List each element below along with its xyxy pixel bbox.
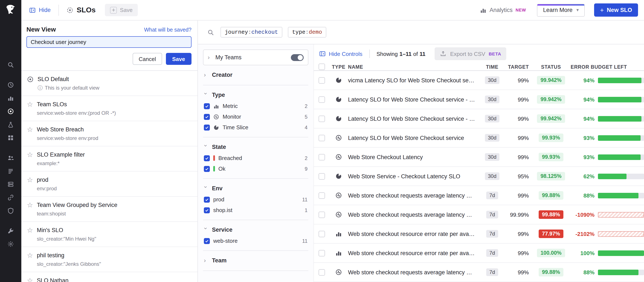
facet-item-breached[interactable]: Breached 2: [203, 153, 308, 164]
slo-name[interactable]: Web store checkout requests average late…: [348, 192, 481, 198]
facet-group-service[interactable]: › Service: [203, 223, 308, 236]
checkbox-icon[interactable]: [204, 155, 210, 161]
checkbox-icon[interactable]: [204, 196, 210, 202]
checkbox-icon[interactable]: [204, 103, 210, 109]
facet-group-creator[interactable]: › Creator: [203, 68, 308, 81]
facet-group-state[interactable]: › State: [203, 140, 308, 153]
row-checkbox[interactable]: [318, 134, 325, 141]
checkbox-icon[interactable]: [204, 114, 210, 120]
my-teams-toggle[interactable]: [291, 54, 304, 61]
favorite-star-icon[interactable]: ☆: [27, 226, 33, 234]
saved-view-item[interactable]: SLO Default ⓘThis is your default view: [21, 71, 198, 96]
learn-more-dropdown[interactable]: Learn More ▾: [537, 4, 585, 16]
row-checkbox[interactable]: [318, 212, 325, 218]
nav-organization[interactable]: [0, 154, 21, 161]
cancel-button[interactable]: Cancel: [133, 53, 162, 65]
slo-table-row[interactable]: vicma Latency SLO for Web Store Checkout…: [314, 71, 644, 90]
row-checkbox[interactable]: [318, 269, 325, 276]
saved-view-item[interactable]: ☆ SLO Nathan web elb availability per az: [21, 272, 198, 282]
facet-group-env[interactable]: › Env: [203, 181, 308, 194]
select-all-checkbox[interactable]: [318, 64, 325, 70]
favorite-star-icon[interactable]: ☆: [27, 126, 33, 133]
export-csv-button[interactable]: Export to CSV BETA: [435, 47, 506, 60]
checkbox-icon[interactable]: [204, 207, 210, 213]
slo-name[interactable]: Web Store Checkout Latency: [348, 154, 481, 160]
slo-name[interactable]: vicma Latency SLO for Web Store Checkout…: [348, 77, 481, 84]
checkbox-icon[interactable]: [204, 166, 210, 172]
slo-name[interactable]: Web store checkout resource error rate p…: [348, 250, 481, 256]
search-token[interactable]: journey:checkout: [220, 27, 282, 38]
favorite-star-icon[interactable]: ☆: [27, 252, 33, 259]
row-checkbox[interactable]: [318, 154, 325, 160]
saved-view-item[interactable]: ☆ Web Store Breach service:web-store env…: [21, 121, 198, 146]
slo-table-row[interactable]: Latency SLO for Web Store Checkout servi…: [314, 109, 644, 128]
row-checkbox[interactable]: [318, 192, 325, 198]
row-checkbox[interactable]: [318, 96, 325, 102]
facet-item-metric[interactable]: Metric 2: [203, 101, 308, 111]
facet-group-type[interactable]: › Type: [203, 88, 308, 101]
slo-table-row[interactable]: Latency SLO for Web Store Checkout servi…: [314, 90, 644, 109]
favorite-star-icon[interactable]: ☆: [27, 151, 33, 158]
nav-synthetics[interactable]: [0, 121, 21, 128]
facet-group-team[interactable]: › Team: [203, 254, 308, 266]
what-will-be-saved-link[interactable]: What will be saved?: [144, 27, 192, 33]
save-view-top-button[interactable]: + Save: [105, 4, 138, 16]
saved-view-item[interactable]: ☆ phil testing slo_creator:"Jenks Gibbon…: [21, 247, 198, 272]
slo-table-row[interactable]: Web store checkout requests average late…: [314, 186, 644, 205]
slo-name[interactable]: Web store checkout requests average late…: [348, 269, 481, 276]
favorite-star-icon[interactable]: ☆: [27, 176, 33, 184]
nav-slo[interactable]: [0, 108, 21, 115]
facet-item-web-store[interactable]: web-store 11: [203, 236, 308, 246]
nav-integrations[interactable]: [0, 134, 21, 141]
facet-item-ok[interactable]: Ok 9: [203, 164, 308, 174]
slo-name[interactable]: Latency SLO for Web Store Checkout servi…: [348, 116, 481, 122]
checkbox-icon[interactable]: [204, 238, 210, 244]
facet-item-prod[interactable]: prod 11: [203, 194, 308, 205]
saved-view-item[interactable]: ☆ SLO Example filter example:*: [21, 146, 198, 172]
saved-view-item[interactable]: ☆ Team SLOs service:web-store env:(prod …: [21, 96, 198, 121]
nav-security[interactable]: [0, 207, 21, 214]
search-token[interactable]: type:demo: [288, 27, 326, 38]
favorite-star-icon[interactable]: ☆: [27, 101, 33, 108]
nav-ci[interactable]: [0, 228, 21, 234]
slo-table-row[interactable]: Web store checkout resource error rate p…: [314, 244, 644, 263]
facet-item-time-slice[interactable]: Time Slice 4: [203, 122, 308, 133]
row-checkbox[interactable]: [318, 250, 325, 256]
my-teams-card[interactable]: › My Teams: [203, 50, 308, 65]
favorite-star-icon[interactable]: ☆: [27, 201, 33, 208]
row-checkbox[interactable]: [318, 77, 325, 84]
slo-name[interactable]: Latency SLO for Web Store Checkout servi…: [348, 134, 481, 141]
saved-view-item[interactable]: ☆ Team View Grouped by Service team:shop…: [21, 197, 198, 222]
search-bar[interactable]: journey:checkouttype:demo: [198, 20, 644, 44]
nav-apm[interactable]: [0, 194, 21, 201]
slo-name[interactable]: Web store checkout resource error rate p…: [348, 230, 481, 237]
row-checkbox[interactable]: [318, 173, 325, 180]
row-checkbox[interactable]: [318, 230, 325, 237]
row-checkbox[interactable]: [318, 116, 325, 122]
slo-table-row[interactable]: Latency SLO for Web Store Checkout servi…: [314, 128, 644, 148]
view-name-input[interactable]: [26, 36, 192, 48]
hide-controls-button[interactable]: Hide Controls: [319, 50, 362, 57]
datadog-logo[interactable]: [0, 0, 21, 20]
favorite-star-icon[interactable]: ☆: [27, 277, 33, 282]
analytics-link[interactable]: Analytics NEW: [480, 6, 526, 14]
checkbox-icon[interactable]: [204, 124, 210, 130]
slo-table-row[interactable]: Web store checkout requests average late…: [314, 205, 644, 224]
save-button[interactable]: Save: [166, 53, 192, 65]
nav-search[interactable]: [0, 62, 21, 68]
nav-settings[interactable]: [0, 240, 21, 248]
saved-view-item[interactable]: ☆ Min's SLO slo_creator:"Min Hwei Ng": [21, 222, 198, 247]
saved-view-item[interactable]: ☆ prod env:prod: [21, 172, 198, 197]
slo-table-row[interactable]: Web Store Checkout Latency 30d 99% 99.93…: [314, 148, 644, 167]
slo-name[interactable]: Web Store Service - Checkout Latency SLO: [348, 173, 481, 180]
facet-item-monitor[interactable]: Monitor 5: [203, 111, 308, 122]
nav-infrastructure[interactable]: [0, 181, 21, 188]
slo-table-row[interactable]: Web store checkout requests average late…: [314, 263, 644, 282]
slo-name[interactable]: Web store checkout requests average late…: [348, 212, 481, 218]
nav-logs[interactable]: [0, 168, 21, 174]
nav-history[interactable]: [0, 82, 21, 88]
nav-metrics[interactable]: [0, 95, 21, 102]
hide-views-panel-button[interactable]: Hide: [29, 6, 51, 14]
facet-item-shop.ist[interactable]: shop.ist 1: [203, 205, 308, 216]
new-slo-button[interactable]: + New SLO: [594, 4, 638, 17]
